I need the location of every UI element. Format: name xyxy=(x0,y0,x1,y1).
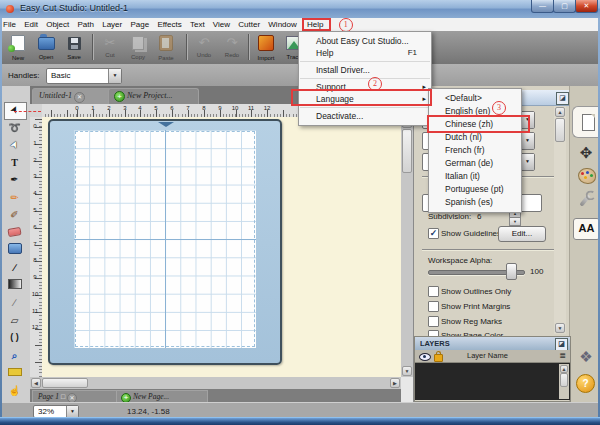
show-guidelines-checkbox[interactable]: ✓ xyxy=(428,228,439,239)
language-submenu: <Default> English (en) Chinese (zh) Dutc… xyxy=(428,88,522,213)
page-tab-bar: Page 1 □ ✕ + New Page... xyxy=(30,389,401,402)
toolbar-separator xyxy=(248,34,249,60)
gradient-tool-icon[interactable] xyxy=(0,278,29,294)
open-folder-icon xyxy=(38,37,55,50)
contrast-tool-icon[interactable]: ( ) xyxy=(0,330,29,346)
menu-layer[interactable]: Layer xyxy=(99,18,125,31)
scroll-up-icon: ▲ xyxy=(560,365,568,373)
paste-button[interactable]: Paste xyxy=(152,33,180,62)
menu-item-help[interactable]: Help F1 xyxy=(299,47,431,59)
annotation-step-2: 2 xyxy=(368,77,382,91)
menu-view[interactable]: View xyxy=(210,18,233,31)
eyedropper-tool-icon[interactable]: ∕ xyxy=(0,260,29,276)
canvas-workspace[interactable] xyxy=(42,117,401,377)
lang-portuguese[interactable]: Portuguese (pt) xyxy=(429,183,521,196)
scroll-left-icon: ◀ xyxy=(31,378,41,388)
tab-new-project[interactable]: + New Project... xyxy=(108,88,199,104)
handles-combo[interactable]: Basic ▼ xyxy=(46,68,122,84)
show-reg-marks-checkbox[interactable] xyxy=(428,316,439,327)
page-properties-tab[interactable] xyxy=(572,106,600,138)
tab-untitled-1[interactable]: Untitled-1 ✕ xyxy=(32,88,112,104)
help-bubble-icon[interactable]: ? xyxy=(576,374,595,393)
menu-object[interactable]: Object xyxy=(43,18,72,31)
list-options-icon[interactable]: ≣ xyxy=(559,351,566,360)
dropdown-arrow-icon[interactable]: ▼ xyxy=(520,133,534,149)
copy-button[interactable]: Copy xyxy=(124,33,152,62)
minimize-button[interactable]: — xyxy=(531,0,554,13)
layers-panel-icon[interactable]: ❖ xyxy=(570,348,600,366)
direct-select-tool-icon[interactable]: ➤ xyxy=(6,138,23,152)
lang-spanish[interactable]: Spanish (es) xyxy=(429,196,521,209)
annotation-box-chinese xyxy=(427,115,530,133)
menu-window[interactable]: Window xyxy=(265,18,299,31)
layers-scrollbar[interactable]: ▲ xyxy=(559,364,569,399)
hand-tool-icon[interactable]: ☝ xyxy=(0,383,29,399)
slider-handle[interactable] xyxy=(506,263,517,280)
pencil-tool-icon[interactable]: ✏ xyxy=(0,190,29,206)
pen-tool-icon[interactable]: ✒ xyxy=(0,172,29,188)
annotation-box-language xyxy=(291,89,432,106)
horizontal-scrollbar[interactable]: ◀ ▶ xyxy=(30,377,401,389)
rectangle-tool-icon[interactable] xyxy=(0,243,29,259)
show-outlines-checkbox[interactable] xyxy=(428,286,439,297)
menu-page[interactable]: Page xyxy=(127,18,152,31)
brush-tool-icon[interactable]: ✐ xyxy=(0,207,29,223)
save-button[interactable]: Save xyxy=(60,33,88,62)
tab-new-page[interactable]: + New Page... xyxy=(116,390,208,402)
close-button[interactable]: ✕ xyxy=(575,0,598,13)
lasso-tool-icon[interactable]: ➰ xyxy=(0,120,29,136)
visibility-eye-icon[interactable] xyxy=(419,353,431,361)
open-button[interactable]: Open xyxy=(32,33,60,62)
edit-guidelines-button[interactable]: Edit... xyxy=(498,226,546,242)
layer-name-column: Layer Name xyxy=(467,351,508,360)
cursor-coordinates: 13.24, -1.58 xyxy=(127,407,170,416)
menu-path[interactable]: Path xyxy=(75,18,97,31)
new-button[interactable]: New xyxy=(4,33,32,62)
dropdown-arrow-icon[interactable]: ▼ xyxy=(66,406,78,417)
close-tab-icon[interactable]: ✕ xyxy=(74,92,85,103)
layers-list[interactable]: ▲ xyxy=(415,363,570,400)
cutting-mat[interactable] xyxy=(48,119,282,365)
lang-default[interactable]: <Default> xyxy=(429,92,521,105)
shortcut-f1: F1 xyxy=(408,47,417,59)
dropdown-arrow-icon[interactable]: ▼ xyxy=(520,154,534,170)
lang-italian[interactable]: Italian (it) xyxy=(429,170,521,183)
layers-column-header: Layer Name ≣ xyxy=(415,350,570,363)
vertical-scrollbar[interactable]: ▲ ▼ xyxy=(401,117,413,377)
tab-page-1[interactable]: Page 1 □ ✕ xyxy=(32,390,119,402)
menu-item-deactivate[interactable]: Deactivate... xyxy=(299,110,431,122)
move-panel-icon[interactable]: ✥ xyxy=(570,144,600,162)
panel-scrollbar[interactable]: ▲ ▼ xyxy=(554,106,566,334)
dropdown-arrow-icon[interactable]: ▼ xyxy=(108,69,121,83)
menu-cutter[interactable]: Cutter xyxy=(235,18,263,31)
maximize-button[interactable]: ▢ xyxy=(553,0,576,13)
wrench-tools-icon[interactable] xyxy=(579,194,590,207)
panel-separator xyxy=(422,249,554,250)
plus-icon: + xyxy=(114,91,125,102)
text-tool-icon[interactable]: T xyxy=(0,155,29,171)
knife-tool-icon[interactable]: ∕ xyxy=(0,295,29,311)
menu-help[interactable]: Help xyxy=(302,18,331,31)
import-button[interactable]: Import xyxy=(252,33,280,62)
node-edit-tool-icon[interactable]: ▱ xyxy=(0,313,29,329)
eraser-tool-icon[interactable] xyxy=(0,225,29,241)
new-file-icon xyxy=(11,35,25,51)
menu-item-about[interactable]: About Easy Cut Studio... xyxy=(299,35,431,47)
lock-icon[interactable] xyxy=(434,354,443,362)
menu-item-install-driver[interactable]: Install Driver... xyxy=(299,64,431,76)
zoom-tool-icon[interactable]: ⌕ xyxy=(0,348,29,364)
color-palette-icon[interactable] xyxy=(578,168,596,184)
menu-effects[interactable]: Effects xyxy=(154,18,184,31)
cut-button[interactable]: ✂ Cut xyxy=(96,33,124,62)
menu-text[interactable]: Text xyxy=(187,18,208,31)
collapse-panel-icon[interactable]: ◪ xyxy=(556,92,569,105)
menu-file[interactable]: File xyxy=(0,18,19,31)
lang-french[interactable]: French (fr) xyxy=(429,144,521,157)
redo-button[interactable]: ↷ Redo xyxy=(218,33,246,62)
lang-german[interactable]: German (de) xyxy=(429,157,521,170)
show-print-margins-checkbox[interactable] xyxy=(428,301,439,312)
undo-button[interactable]: ↶ Undo xyxy=(190,33,218,62)
font-panel-icon[interactable]: AA xyxy=(573,218,600,240)
menu-edit[interactable]: Edit xyxy=(21,18,41,31)
measure-tool-icon[interactable] xyxy=(0,365,29,381)
